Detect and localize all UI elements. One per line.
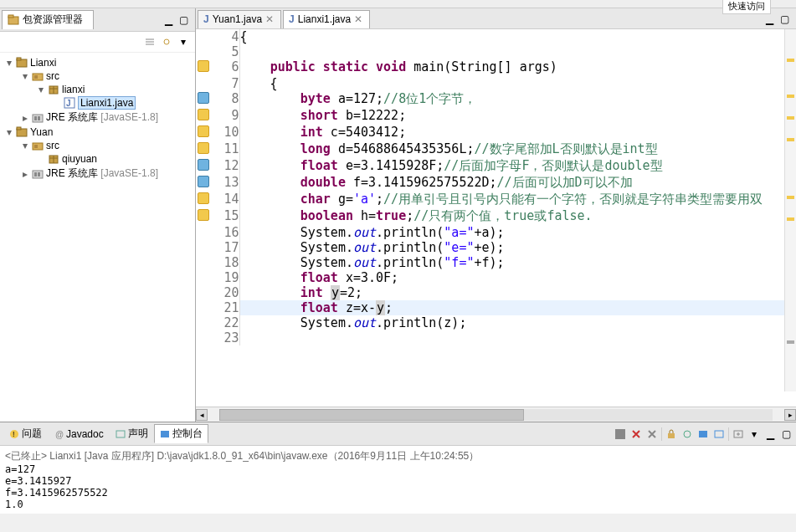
link-editor-icon[interactable] xyxy=(160,35,173,49)
gutter-marker[interactable] xyxy=(196,59,213,76)
tree-node[interactable]: ▾src xyxy=(0,69,195,83)
tree-node[interactable]: ▸JRE 系统库 [JavaSE-1.8] xyxy=(0,166,195,182)
console-tab[interactable]: 控制台 xyxy=(154,424,208,443)
remove-launch-icon[interactable] xyxy=(614,427,627,441)
line-number[interactable]: 17 xyxy=(213,240,239,255)
expand-icon[interactable]: ▾ xyxy=(5,126,13,138)
expand-icon[interactable]: ▾ xyxy=(21,140,29,151)
line-number[interactable]: 22 xyxy=(213,315,239,330)
gutter-marker[interactable] xyxy=(196,158,213,175)
package-tree[interactable]: ▾Lianxi▾src▾lianxiJLianxi1.java▸JRE 系统库 … xyxy=(0,53,195,422)
gutter-marker[interactable] xyxy=(196,285,213,300)
console-tab[interactable]: 声明 xyxy=(110,424,154,443)
editor-tab[interactable]: JLianxi1.java ✕ xyxy=(283,10,370,28)
tree-node[interactable]: ▾src xyxy=(0,139,195,152)
code-line[interactable]: System.out.println("e="+e); xyxy=(239,240,796,255)
gutter-marker[interactable] xyxy=(196,315,213,330)
minimize-view-icon[interactable]: ▁ xyxy=(162,13,175,27)
code-line[interactable] xyxy=(239,44,796,59)
code-line[interactable]: { xyxy=(239,76,796,91)
code-line[interactable]: public static void main(String[] args) xyxy=(239,59,796,76)
line-number[interactable]: 21 xyxy=(213,300,239,315)
line-number[interactable]: 10 xyxy=(213,125,239,141)
scroll-left-button[interactable]: ◂ xyxy=(196,409,208,421)
expand-icon[interactable]: ▾ xyxy=(37,84,45,95)
minimize-editor-icon[interactable]: ▁ xyxy=(763,13,776,26)
gutter-marker[interactable] xyxy=(196,175,213,192)
code-line[interactable]: System.out.println("f="+f); xyxy=(239,255,796,270)
clear-console-icon[interactable] xyxy=(645,427,659,441)
display-console-icon[interactable] xyxy=(696,427,710,441)
scroll-thumb[interactable] xyxy=(219,409,524,421)
code-line[interactable]: float e=3.1415928F;//后面加字母F，否则默认是double型 xyxy=(239,158,796,175)
line-number[interactable]: 23 xyxy=(213,330,239,345)
console-tab[interactable]: @Javadoc xyxy=(48,426,110,442)
tree-project[interactable]: ▾Lianxi xyxy=(0,56,195,69)
scroll-right-button[interactable]: ▸ xyxy=(784,409,796,421)
tree-node[interactable]: qiuyuan xyxy=(0,152,195,166)
minimize-console-icon[interactable]: ▁ xyxy=(763,427,777,441)
line-number[interactable]: 14 xyxy=(213,192,239,208)
gutter-marker[interactable] xyxy=(196,125,213,141)
new-console-icon[interactable] xyxy=(732,427,745,441)
quick-access-field[interactable]: 快速访问 xyxy=(722,0,771,8)
gutter-marker[interactable] xyxy=(196,91,213,108)
gutter-marker[interactable] xyxy=(196,255,213,270)
code-line[interactable]: long d=54688645435356L;//数字尾部加L否则默认是int型 xyxy=(239,141,796,158)
console-menu-icon[interactable]: ▾ xyxy=(747,427,761,441)
code-line[interactable] xyxy=(239,330,796,345)
view-menu-icon[interactable]: ▾ xyxy=(177,35,190,49)
code-line[interactable]: System.out.println("a="+a); xyxy=(239,225,796,240)
tree-project[interactable]: ▾Yuan xyxy=(0,125,195,139)
gutter-marker[interactable] xyxy=(196,330,213,345)
expand-icon[interactable]: ▸ xyxy=(21,168,29,180)
code-editor[interactable]: 4{56 public static void main(String[] ar… xyxy=(196,29,796,407)
line-number[interactable]: 5 xyxy=(213,44,239,59)
expand-icon[interactable]: ▸ xyxy=(21,112,29,124)
maximize-editor-icon[interactable]: ▢ xyxy=(778,13,791,26)
overview-ruler[interactable] xyxy=(784,29,796,391)
gutter-marker[interactable] xyxy=(196,192,213,208)
console-output[interactable]: <已终止> Lianxi1 [Java 应用程序] D:\java\jdk1.8… xyxy=(0,446,796,514)
code-line[interactable]: short b=12222; xyxy=(239,108,796,125)
main-toolbar[interactable]: 快速访问 xyxy=(0,0,796,8)
gutter-marker[interactable] xyxy=(196,225,213,240)
expand-icon[interactable]: ▾ xyxy=(21,70,29,82)
code-line[interactable]: float z=x-y; xyxy=(239,300,796,315)
maximize-view-icon[interactable]: ▢ xyxy=(177,13,190,27)
code-line[interactable]: boolean h=true;//只有两个值，true或false. xyxy=(239,208,796,225)
line-number[interactable]: 12 xyxy=(213,158,239,175)
code-line[interactable]: char g='a';//用单引号且引号内只能有一个字符，否则就是字符串类型需要… xyxy=(239,192,796,208)
code-line[interactable]: byte a=127;//8位1个字节， xyxy=(239,91,796,108)
line-number[interactable]: 11 xyxy=(213,141,239,158)
gutter-marker[interactable] xyxy=(196,240,213,255)
remove-all-icon[interactable] xyxy=(629,427,643,441)
editor-tab[interactable]: JYuan1.java ✕ xyxy=(198,10,281,28)
horizontal-scrollbar[interactable]: ◂ ▸ xyxy=(196,407,796,422)
line-number[interactable]: 7 xyxy=(213,76,239,91)
tree-node[interactable]: JLianxi1.java xyxy=(0,96,195,110)
gutter-marker[interactable] xyxy=(196,300,213,315)
code-line[interactable]: { xyxy=(239,29,796,44)
open-console-icon[interactable] xyxy=(712,427,726,441)
code-line[interactable]: System.out.println(z); xyxy=(239,315,796,330)
code-line[interactable]: int c=5403412; xyxy=(239,125,796,141)
line-number[interactable]: 15 xyxy=(213,208,239,225)
gutter-marker[interactable] xyxy=(196,76,213,91)
gutter-marker[interactable] xyxy=(196,141,213,158)
gutter-marker[interactable] xyxy=(196,208,213,225)
gutter-marker[interactable] xyxy=(196,44,213,59)
tree-node[interactable]: ▸JRE 系统库 [JavaSE-1.8] xyxy=(0,110,195,125)
line-number[interactable]: 8 xyxy=(213,91,239,108)
close-tab-icon[interactable]: ✕ xyxy=(265,13,274,25)
line-number[interactable]: 4 xyxy=(213,29,239,44)
pin-console-icon[interactable] xyxy=(680,427,694,441)
line-number[interactable]: 16 xyxy=(213,225,239,240)
scroll-lock-icon[interactable] xyxy=(665,427,678,441)
console-tab[interactable]: !问题 xyxy=(3,424,48,443)
code-line[interactable]: double f=3.1415962575522D;//后面可以加D可以不加 xyxy=(239,175,796,192)
line-number[interactable]: 19 xyxy=(213,270,239,285)
maximize-console-icon[interactable]: ▢ xyxy=(779,427,793,441)
line-number[interactable]: 9 xyxy=(213,108,239,125)
collapse-all-icon[interactable] xyxy=(143,35,157,49)
